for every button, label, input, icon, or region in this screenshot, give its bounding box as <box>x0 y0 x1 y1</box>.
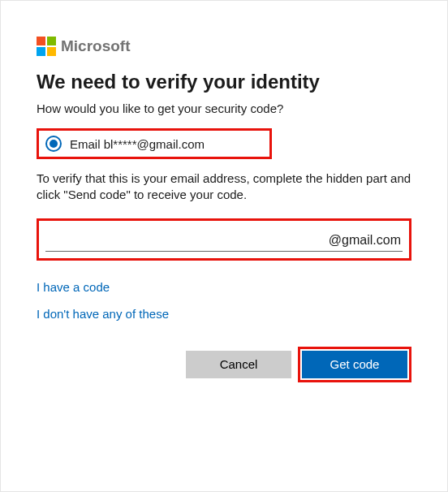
instructions-text: To verify that this is your email addres… <box>37 170 411 204</box>
verify-option-email[interactable]: Email bl*****@gmail.com <box>37 128 272 159</box>
cancel-button[interactable]: Cancel <box>186 351 291 378</box>
brand-header: Microsoft <box>37 37 411 56</box>
page-subtitle: How would you like to get your security … <box>37 101 411 115</box>
get-code-button[interactable]: Get code <box>302 351 407 378</box>
radio-selected-icon <box>45 136 62 152</box>
have-code-link[interactable]: I have a code <box>37 280 110 294</box>
verify-option-label: Email bl*****@gmail.com <box>70 137 205 151</box>
email-domain-suffix: @gmail.com <box>327 233 403 249</box>
email-hidden-part-input[interactable] <box>45 229 327 249</box>
button-row: Cancel Get code <box>37 347 411 382</box>
none-of-these-link[interactable]: I don't have any of these <box>37 307 169 321</box>
page-title: We need to verify your identity <box>37 71 411 93</box>
microsoft-logo-icon <box>37 37 56 56</box>
email-input-container: @gmail.com <box>37 218 411 261</box>
brand-name: Microsoft <box>61 37 131 55</box>
